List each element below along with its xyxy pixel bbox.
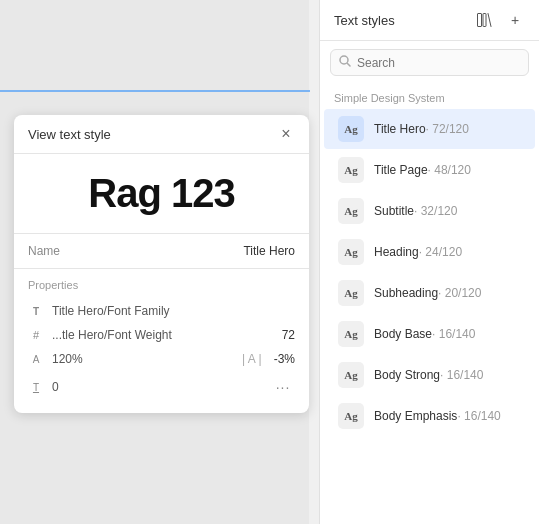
preview-text: Rag 123 xyxy=(88,171,234,216)
ag-badge: Ag xyxy=(338,157,364,183)
baseline-icon: T xyxy=(28,379,44,395)
name-label: Name xyxy=(28,244,60,258)
svg-line-3 xyxy=(348,64,351,67)
right-panel-title: Text styles xyxy=(334,13,395,28)
canvas-dashed-line xyxy=(0,90,310,92)
group-label: Simple Design System xyxy=(320,84,539,108)
text-icon: T xyxy=(28,303,44,319)
right-panel: Text styles + Simple Design System xyxy=(319,0,539,524)
style-name: Body Base xyxy=(374,327,432,341)
style-item[interactable]: AgTitle Page · 48/120 xyxy=(324,150,535,190)
ag-badge: Ag xyxy=(338,403,364,429)
style-item[interactable]: AgBody Base · 16/140 xyxy=(324,314,535,354)
style-meta: · 16/140 xyxy=(457,409,500,423)
font-family-name: Title Hero/Font Family xyxy=(52,304,295,318)
svg-rect-0 xyxy=(478,14,482,27)
ag-badge: Ag xyxy=(338,321,364,347)
style-item[interactable]: AgTitle Hero · 72/120 xyxy=(324,109,535,149)
line-height-icon: A xyxy=(28,351,44,367)
separator-icon: | A | xyxy=(242,352,262,366)
panel-title: View text style xyxy=(28,127,111,142)
ag-badge: Ag xyxy=(338,198,364,224)
ag-badge: Ag xyxy=(338,239,364,265)
ag-badge: Ag xyxy=(338,116,364,142)
search-icon xyxy=(339,55,351,70)
search-box[interactable] xyxy=(330,49,529,76)
style-item[interactable]: AgBody Emphasis · 16/140 xyxy=(324,396,535,436)
style-meta: · 32/120 xyxy=(414,204,457,218)
style-name: Subtitle xyxy=(374,204,414,218)
library-icon[interactable] xyxy=(475,10,495,30)
style-item[interactable]: AgSubheading · 20/120 xyxy=(324,273,535,313)
properties-label: Properties xyxy=(14,279,309,299)
style-name: Body Emphasis xyxy=(374,409,457,423)
search-input[interactable] xyxy=(357,56,520,70)
name-row: Name Title Hero xyxy=(14,234,309,269)
style-name: Title Page xyxy=(374,163,428,177)
hash-icon: # xyxy=(28,327,44,343)
style-name: Heading xyxy=(374,245,419,259)
properties-section: Properties T Title Hero/Font Family # ..… xyxy=(14,269,309,413)
right-panel-header: Text styles + xyxy=(320,0,539,41)
property-row-font-weight: # ...tle Hero/Font Weight 72 xyxy=(14,323,309,347)
style-name: Subheading xyxy=(374,286,438,300)
ag-badge: Ag xyxy=(338,362,364,388)
panel-header: View text style × xyxy=(14,115,309,154)
font-weight-name: ...tle Hero/Font Weight xyxy=(52,328,274,342)
svg-rect-1 xyxy=(483,14,486,27)
style-meta: · 72/120 xyxy=(426,122,469,136)
add-style-button[interactable]: + xyxy=(505,10,525,30)
ag-badge: Ag xyxy=(338,280,364,306)
style-meta: · 48/120 xyxy=(428,163,471,177)
style-item[interactable]: AgBody Strong · 16/140 xyxy=(324,355,535,395)
style-meta: · 16/140 xyxy=(440,368,483,382)
svg-point-2 xyxy=(340,56,348,64)
style-list: AgTitle Hero · 72/120AgTitle Page · 48/1… xyxy=(320,108,539,524)
style-name: Body Strong xyxy=(374,368,440,382)
style-meta: · 16/140 xyxy=(432,327,475,341)
style-name: Title Hero xyxy=(374,122,426,136)
preview-area: Rag 123 xyxy=(14,154,309,234)
property-row-line-height: A 120% | A | -3% xyxy=(14,347,309,371)
tracking-value: -3% xyxy=(274,352,295,366)
font-weight-value: 72 xyxy=(282,328,295,342)
style-item[interactable]: AgSubtitle · 32/120 xyxy=(324,191,535,231)
close-button[interactable]: × xyxy=(277,125,295,143)
header-icons: + xyxy=(475,10,525,30)
name-value: Title Hero xyxy=(243,244,295,258)
style-meta: · 20/120 xyxy=(438,286,481,300)
style-meta: · 24/120 xyxy=(419,245,462,259)
baseline-name: 0 xyxy=(52,380,263,394)
property-row-font-family: T Title Hero/Font Family xyxy=(14,299,309,323)
property-row-baseline: T 0 ··· xyxy=(14,371,309,403)
line-height-name: 120% xyxy=(52,352,230,366)
text-style-panel: View text style × Rag 123 Name Title Her… xyxy=(14,115,309,413)
style-item[interactable]: AgHeading · 24/120 xyxy=(324,232,535,272)
more-options-button[interactable]: ··· xyxy=(271,375,295,399)
